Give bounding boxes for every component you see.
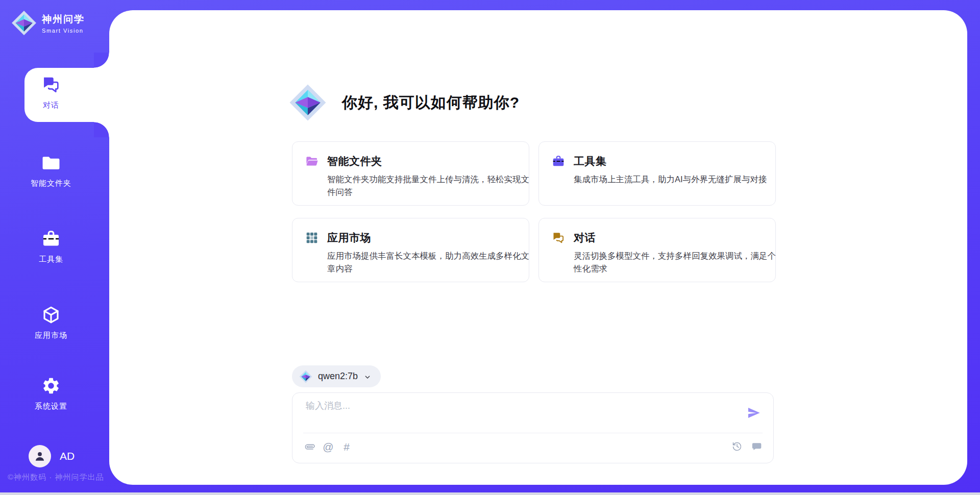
briefcase-icon <box>41 229 61 249</box>
composer-divider <box>303 433 763 433</box>
card-chat[interactable]: 对话 灵活切换多模型文件，支持多样回复效果调试，满足个性化需求 <box>538 218 776 282</box>
brand-subtitle: Smart Vision <box>42 28 85 34</box>
message-input[interactable] <box>305 400 725 412</box>
greeting-block: 你好, 我可以如何帮助你? <box>289 84 520 121</box>
brand-gem-icon <box>289 84 327 121</box>
sidebar-item-toolset[interactable]: 工具集 <box>5 229 97 264</box>
sidebar-item-label: 智能文件夹 <box>31 179 71 188</box>
sidebar-item-label: 应用市场 <box>35 331 67 340</box>
sidebar-item-settings[interactable]: 系统设置 <box>5 376 97 411</box>
gear-icon <box>41 376 61 395</box>
feature-cards: 智能文件夹 智能文件夹功能支持批量文件上传与清洗，轻松实现文件问答 工具集 集成… <box>292 141 776 282</box>
card-title: 对话 <box>574 231 596 245</box>
sidebar-item-smart-folder[interactable]: 智能文件夹 <box>5 153 97 188</box>
cube-icon <box>41 305 61 325</box>
greeting-text: 你好, 我可以如何帮助你? <box>342 92 520 113</box>
card-description: 智能文件夹功能支持批量文件上传与清洗，轻松实现文件问答 <box>327 173 530 199</box>
conversation-button[interactable] <box>751 439 763 454</box>
brand-logo: 神州问学 Smart Vision <box>11 10 85 36</box>
hash-icon: # <box>344 441 350 452</box>
card-toolset[interactable]: 工具集 集成市场上主流工具，助力AI与外界无缝扩展与对接 <box>538 141 776 206</box>
attach-button[interactable] <box>304 439 316 454</box>
message-composer: @ # <box>292 392 774 463</box>
app-frame: 你好, 我可以如何帮助你? 智能文件夹 智能文件夹功能支持批量文件上传与清洗，轻… <box>0 0 980 492</box>
copyright-text: ©神州数码 · 神州问学出品 <box>8 473 104 482</box>
sidebar-item-label: 系统设置 <box>35 402 67 411</box>
sidebar-item-label: 工具集 <box>39 255 63 264</box>
at-icon: @ <box>323 441 333 452</box>
model-selector[interactable]: qwen2:7b <box>292 365 381 387</box>
chat-icon <box>41 75 61 94</box>
send-button[interactable] <box>747 406 761 420</box>
briefcase-icon <box>552 155 565 168</box>
card-description: 应用市场提供丰富长文本模板，助力高效生成多样化文章内容 <box>327 250 530 275</box>
paperclip-icon <box>303 439 317 454</box>
main-panel: 你好, 我可以如何帮助你? 智能文件夹 智能文件夹功能支持批量文件上传与清洗，轻… <box>109 10 967 485</box>
card-description: 集成市场上主流工具，助力AI与外界无缝扩展与对接 <box>574 173 777 186</box>
history-button[interactable] <box>731 439 743 454</box>
card-title: 工具集 <box>574 154 607 168</box>
history-icon <box>732 441 742 452</box>
brand-gem-icon <box>11 10 37 36</box>
card-description: 灵活切换多模型文件，支持多样回复效果调试，满足个性化需求 <box>574 250 777 275</box>
composer-tools: @ # <box>304 439 353 454</box>
sidebar-item-label: 对话 <box>43 101 59 110</box>
person-icon <box>33 450 46 463</box>
sidebar-item-app-market[interactable]: 应用市场 <box>5 305 97 340</box>
folder-open-icon <box>305 155 318 168</box>
user-name: AD <box>60 450 75 462</box>
model-name: qwen2:7b <box>318 371 358 382</box>
card-title: 智能文件夹 <box>327 154 382 168</box>
folder-icon <box>41 153 61 172</box>
chat-bubble-icon <box>752 441 762 452</box>
card-app-market[interactable]: 应用市场 应用市场提供丰富长文本模板，助力高效生成多样化文章内容 <box>292 218 529 282</box>
sidebar: 神州问学 Smart Vision 对话 智能文件夹 工具集 应用市场 系统设置 <box>0 0 109 492</box>
card-title: 应用市场 <box>327 231 371 245</box>
user-menu[interactable]: AD <box>29 445 75 467</box>
grid-icon <box>305 231 318 244</box>
mention-button[interactable]: @ <box>322 439 334 454</box>
chat-icon <box>552 231 565 244</box>
card-smart-folder[interactable]: 智能文件夹 智能文件夹功能支持批量文件上传与清洗，轻松实现文件问答 <box>292 141 529 206</box>
send-icon <box>747 406 761 420</box>
topic-button[interactable]: # <box>340 439 353 454</box>
brand-name: 神州问学 <box>42 13 85 26</box>
avatar <box>29 445 51 467</box>
composer-meta <box>731 439 763 454</box>
sidebar-item-chat[interactable]: 对话 <box>5 75 97 110</box>
chevron-down-icon <box>363 372 372 381</box>
brand-gem-icon <box>299 370 312 383</box>
